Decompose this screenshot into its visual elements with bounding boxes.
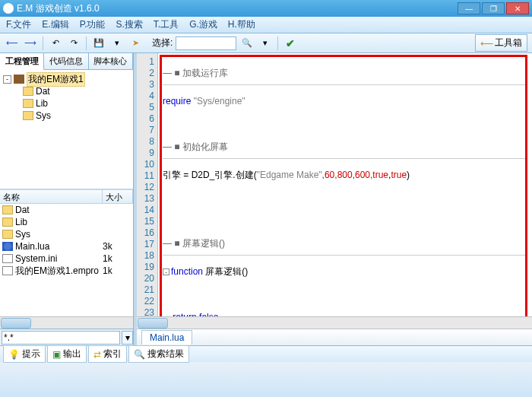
redo-icon[interactable]: ↷ — [66, 36, 81, 51]
toolbar: ⟵ ⟶ ↶ ↷ 💾 ▾ ➤ 选择: 🔍 ▾ ✔ ⟵工具箱 — [0, 33, 532, 53]
file-icon — [2, 254, 13, 263]
col-name[interactable]: 名称 — [0, 190, 103, 203]
run-icon[interactable]: ➤ — [128, 36, 143, 51]
editor-tab-main[interactable]: Main.lua — [141, 330, 192, 345]
left-hscroll[interactable] — [0, 316, 133, 329]
code-area[interactable]: 1234567891011121314151617181920212223242… — [137, 53, 532, 316]
fold-icon[interactable]: - — [163, 268, 169, 275]
tool-icon[interactable]: ▾ — [109, 36, 125, 51]
tab-output[interactable]: ▣输出 — [47, 345, 87, 363]
menu-file[interactable]: F.文件 — [6, 18, 31, 31]
file-icon — [2, 230, 13, 239]
back-icon[interactable]: ⟵ — [5, 36, 20, 51]
file-icon — [2, 205, 13, 214]
line-gutter: 1234567891011121314151617181920212223242… — [137, 53, 158, 316]
select-label: 选择: — [152, 37, 173, 49]
tree-root[interactable]: - 我的EM游戏1 — [3, 73, 130, 85]
tab-script[interactable]: 脚本核心 — [89, 53, 133, 69]
file-icon — [2, 218, 13, 227]
menu-search[interactable]: S.搜索 — [116, 18, 142, 31]
menu-help[interactable]: H.帮助 — [228, 18, 255, 31]
main-area: 工程管理 代码信息 脚本核心 - 我的EM游戏1 Dat Lib Sys — [0, 53, 532, 345]
search-icon[interactable]: 🔍 — [239, 36, 255, 51]
folder-icon — [23, 111, 33, 120]
file-icon — [2, 266, 13, 275]
file-row[interactable]: Main.lua3k — [0, 240, 133, 252]
code-content[interactable]: — ■ 加载运行库 require "Sys/engine" — ■ 初始化屏幕… — [158, 53, 532, 316]
tab-project[interactable]: 工程管理 — [0, 53, 44, 70]
filter-dropdown-icon[interactable]: ▾ — [122, 331, 133, 345]
menu-tool[interactable]: T.工具 — [154, 18, 179, 31]
editor-hscroll[interactable] — [137, 316, 532, 329]
filter-input[interactable] — [2, 331, 120, 345]
titlebar: E.M 游戏创造 v1.6.0 — ❐ ✕ — [0, 0, 532, 17]
file-icon — [2, 242, 13, 251]
dropdown-icon[interactable]: ▾ — [258, 36, 273, 51]
filter-bar: ▾ — [0, 329, 133, 345]
file-row[interactable]: Sys — [0, 228, 133, 240]
minimize-button[interactable]: — — [458, 2, 480, 14]
tab-search-results[interactable]: 🔍搜索结果 — [128, 345, 189, 363]
file-row[interactable]: 我的EM游戏1.empro1k — [0, 265, 133, 277]
menubar: F.文件 E.编辑 P.功能 S.搜索 T.工具 G.游戏 H.帮助 — [0, 17, 532, 33]
tab-codeinfo[interactable]: 代码信息 — [44, 53, 88, 69]
tree-node-dat[interactable]: Dat — [3, 85, 130, 97]
tab-index[interactable]: ⇄索引 — [88, 345, 127, 363]
check-icon[interactable]: ✔ — [283, 36, 298, 51]
close-button[interactable]: ✕ — [506, 2, 529, 14]
save-icon[interactable]: 💾 — [91, 36, 106, 51]
briefcase-icon — [14, 75, 24, 84]
expand-icon[interactable]: - — [3, 75, 11, 84]
tab-hint[interactable]: 💡提示 — [3, 345, 46, 363]
menu-edit[interactable]: E.编辑 — [42, 18, 68, 31]
file-list[interactable]: DatLibSysMain.lua3kSystem.ini1k我的EM游戏1.e… — [0, 204, 133, 316]
project-tree[interactable]: - 我的EM游戏1 Dat Lib Sys — [0, 70, 133, 189]
menu-func[interactable]: P.功能 — [80, 18, 106, 31]
forward-icon[interactable]: ⟶ — [23, 36, 38, 51]
editor-tabs: Main.lua — [137, 329, 532, 345]
undo-icon[interactable]: ↶ — [48, 36, 63, 51]
tree-node-lib[interactable]: Lib — [3, 97, 130, 110]
toolbox-button[interactable]: ⟵工具箱 — [475, 34, 527, 52]
select-input[interactable] — [176, 37, 236, 50]
app-icon — [3, 3, 14, 14]
folder-icon — [23, 99, 33, 108]
file-row[interactable]: Lib — [0, 216, 133, 228]
file-list-header: 名称 大小 — [0, 190, 133, 204]
bottom-tabs: 💡提示 ▣输出 ⇄索引 🔍搜索结果 — [0, 345, 532, 362]
menu-game[interactable]: G.游戏 — [189, 18, 217, 31]
window-title: E.M 游戏创造 v1.6.0 — [17, 2, 100, 15]
file-row[interactable]: System.ini1k — [0, 252, 133, 265]
left-panel: 工程管理 代码信息 脚本核心 - 我的EM游戏1 Dat Lib Sys — [0, 53, 134, 345]
editor-panel: 1234567891011121314151617181920212223242… — [137, 53, 532, 345]
left-tabs: 工程管理 代码信息 脚本核心 — [0, 53, 133, 70]
status-bar — [0, 362, 532, 397]
maximize-button[interactable]: ❐ — [482, 2, 505, 14]
folder-icon — [23, 87, 33, 96]
file-row[interactable]: Dat — [0, 204, 133, 216]
col-size[interactable]: 大小 — [103, 190, 133, 203]
tree-node-sys[interactable]: Sys — [3, 110, 130, 122]
